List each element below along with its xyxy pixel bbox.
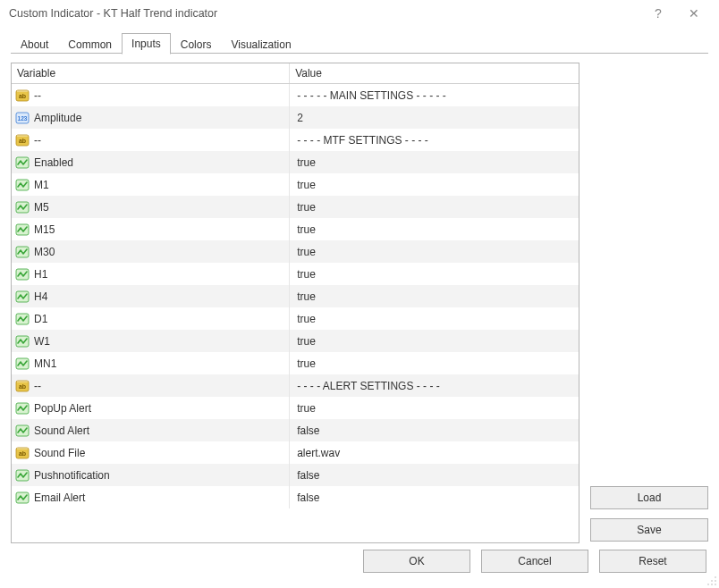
svg-text:ab: ab — [19, 450, 26, 457]
string-type-icon: ab — [15, 88, 30, 103]
header-label: Variable — [17, 67, 55, 80]
resize-grip-icon[interactable] — [706, 575, 717, 586]
tab-visualization[interactable]: Visualization — [221, 34, 300, 55]
save-button[interactable]: Save — [590, 518, 708, 542]
column-header-variable[interactable]: Variable — [12, 63, 290, 84]
value-cell[interactable]: true — [290, 151, 579, 173]
value-cell[interactable]: true — [290, 196, 579, 218]
table-row[interactable]: Email Alertfalse — [12, 486, 579, 508]
close-button[interactable]: ✕ — [676, 1, 712, 26]
table-row[interactable]: PopUp Alerttrue — [12, 397, 579, 419]
tab-colors[interactable]: Colors — [171, 34, 222, 55]
bool-type-icon — [15, 491, 30, 505]
value-cell[interactable]: true — [290, 285, 579, 307]
button-label: Reset — [639, 555, 666, 567]
tab-about[interactable]: About — [11, 34, 58, 55]
variable-name: Enabled — [34, 156, 73, 169]
table-row[interactable]: M15true — [12, 218, 579, 240]
table-row[interactable]: M1true — [12, 173, 579, 196]
variable-cell[interactable]: M1 — [12, 173, 290, 196]
value-cell[interactable]: 2 — [290, 106, 579, 129]
value-cell[interactable]: true — [290, 330, 579, 352]
variable-cell[interactable]: D1 — [12, 307, 290, 330]
table-row[interactable]: abSound Filealert.wav — [12, 441, 579, 464]
button-label: Cancel — [518, 555, 551, 567]
variable-cell[interactable]: M30 — [12, 240, 290, 263]
variable-cell[interactable]: PopUp Alert — [12, 397, 290, 419]
table-row[interactable]: Sound Alertfalse — [12, 419, 579, 441]
help-button[interactable]: ? — [640, 1, 676, 26]
bool-type-icon — [15, 357, 30, 371]
table-row[interactable]: M5true — [12, 196, 579, 218]
reset-button[interactable]: Reset — [599, 550, 706, 573]
value-cell[interactable]: false — [290, 464, 579, 486]
dialog-window: Custom Indicator - KT Half Trend indicat… — [0, 0, 719, 588]
value-text: - - - - MTF SETTINGS - - - - — [297, 134, 428, 147]
value-cell[interactable]: true — [290, 397, 579, 419]
value-text: true — [297, 357, 316, 370]
table-row[interactable]: ab--- - - - MTF SETTINGS - - - - — [12, 129, 579, 151]
bool-type-icon — [15, 312, 30, 326]
value-cell[interactable]: - - - - MTF SETTINGS - - - - — [290, 129, 579, 151]
load-button[interactable]: Load — [590, 486, 708, 509]
variable-cell[interactable]: W1 — [12, 330, 290, 352]
svg-text:ab: ab — [19, 138, 26, 144]
table-row[interactable]: Enabledtrue — [12, 151, 579, 173]
table-row[interactable]: H4true — [12, 285, 579, 307]
variable-cell[interactable]: H1 — [12, 263, 290, 285]
table-row[interactable]: Pushnotificationfalse — [12, 464, 579, 486]
variable-cell[interactable]: 123Amplitude — [12, 106, 290, 129]
value-cell[interactable]: true — [290, 352, 579, 374]
variable-cell[interactable]: Sound Alert — [12, 419, 290, 441]
svg-text:123: 123 — [18, 115, 28, 122]
value-cell[interactable]: - - - - - MAIN SETTINGS - - - - - — [290, 84, 579, 107]
value-text: 2 — [297, 112, 303, 124]
value-cell[interactable]: true — [290, 240, 579, 263]
table-row[interactable]: 123Amplitude2 — [12, 106, 579, 129]
variable-cell[interactable]: Enabled — [12, 151, 290, 173]
bool-type-icon — [15, 334, 30, 349]
variable-cell[interactable]: Pushnotification — [12, 464, 290, 486]
value-cell[interactable]: false — [290, 486, 579, 508]
tab-inputs[interactable]: Inputs — [122, 33, 171, 55]
variable-cell[interactable]: ab-- — [12, 84, 290, 107]
value-cell[interactable]: false — [290, 419, 579, 441]
variable-cell[interactable]: MN1 — [12, 352, 290, 374]
column-header-value[interactable]: Value — [290, 63, 579, 84]
ok-button[interactable]: OK — [363, 550, 470, 573]
string-type-icon: ab — [15, 446, 30, 460]
table-row[interactable]: ab--- - - - ALERT SETTINGS - - - - — [12, 374, 579, 397]
value-cell[interactable]: true — [290, 218, 579, 240]
tab-common[interactable]: Common — [58, 34, 122, 55]
value-cell[interactable]: true — [290, 173, 579, 196]
bool-type-icon — [15, 245, 30, 259]
tab-body: Variable Value ab--- - - - - MAIN SETTIN… — [11, 54, 708, 543]
table-row[interactable]: MN1true — [12, 352, 579, 374]
value-cell[interactable]: true — [290, 307, 579, 330]
value-text: true — [297, 268, 316, 281]
table-row[interactable]: D1true — [12, 307, 579, 330]
cancel-button[interactable]: Cancel — [481, 550, 588, 573]
value-cell[interactable]: alert.wav — [290, 441, 579, 464]
variable-cell[interactable]: abSound File — [12, 441, 290, 464]
value-cell[interactable]: true — [290, 263, 579, 285]
variable-name: M15 — [34, 223, 55, 236]
inputs-table: Variable Value ab--- - - - - MAIN SETTIN… — [12, 63, 579, 508]
table-row[interactable]: H1true — [12, 263, 579, 285]
variable-cell[interactable]: ab-- — [12, 129, 290, 151]
variable-name: H4 — [34, 290, 47, 303]
table-row[interactable]: M30true — [12, 240, 579, 263]
svg-point-24 — [715, 576, 716, 578]
variable-cell[interactable]: ab-- — [12, 374, 290, 397]
variable-cell[interactable]: M15 — [12, 218, 290, 240]
value-cell[interactable]: - - - - ALERT SETTINGS - - - - — [290, 374, 579, 397]
variable-cell[interactable]: H4 — [12, 285, 290, 307]
table-row[interactable]: W1true — [12, 330, 579, 352]
svg-point-27 — [707, 584, 709, 585]
header-label: Value — [295, 67, 322, 80]
table-row[interactable]: ab--- - - - - MAIN SETTINGS - - - - - — [12, 84, 579, 107]
variable-cell[interactable]: M5 — [12, 196, 290, 218]
string-type-icon: ab — [15, 133, 30, 147]
variable-cell[interactable]: Email Alert — [12, 486, 290, 508]
button-label: OK — [409, 555, 424, 567]
